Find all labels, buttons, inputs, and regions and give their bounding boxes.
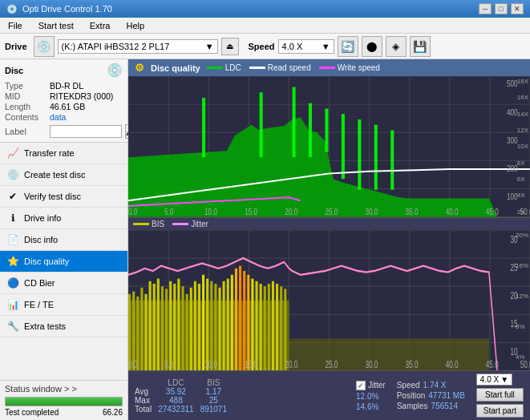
svg-rect-97 (276, 284, 278, 370)
svg-text:10.0: 10.0 (204, 207, 217, 216)
svg-text:15.0: 15.0 (245, 358, 257, 370)
sidebar-item-verify-test-disc[interactable]: ✔ Verify test disc (0, 186, 127, 208)
jitter-legend-label: Jitter (191, 220, 208, 228)
svg-rect-77 (194, 281, 196, 370)
status-text: Test completed (5, 408, 59, 417)
speed-value: 4.0 X (282, 42, 303, 51)
nav-label-cd-bier: CD Bier (24, 278, 55, 288)
sidebar-item-fe-te[interactable]: 📊 FE / TE (0, 294, 127, 316)
max-label: Max (135, 396, 158, 405)
total-label: Total (135, 405, 158, 414)
drive-label: Drive (5, 42, 27, 51)
start-part-button[interactable]: Start part (476, 404, 524, 418)
svg-text:15.0: 15.0 (245, 207, 257, 216)
save-icon[interactable]: 💾 (410, 36, 431, 57)
nav-label-disc-info: Disc info (24, 235, 58, 244)
charts-container: 0.0 5.0 10.0 15.0 20.0 25.0 30.0 35.0 40… (128, 76, 530, 370)
status-right-value: 66.26 (103, 408, 123, 417)
upper-chart: 0.0 5.0 10.0 15.0 20.0 25.0 30.0 35.0 40… (128, 76, 530, 218)
svg-rect-82 (214, 284, 216, 370)
disc-quality-title: Disc quality (151, 63, 200, 73)
contents-value: data (50, 112, 66, 122)
stats-bar: LDC BIS Avg 35.92 1.17 Max 488 25 Tota (128, 370, 530, 420)
disc-info-panel: Disc 💿 Type BD-R DL MID RITEKDR3 (000) L… (0, 59, 127, 143)
sidebar-item-disc-info[interactable]: 📄 Disc info (0, 229, 127, 251)
app-title: Opti Drive Control 1.70 (22, 4, 112, 14)
svg-rect-68 (157, 278, 160, 370)
start-full-button[interactable]: Start full (476, 388, 524, 402)
speed-label: Speed (249, 42, 275, 51)
lower-chart: 0.0 5.0 10.0 15.0 20.0 25.0 30.0 35.0 40… (128, 230, 530, 371)
nav-label-disc-quality: Disc quality (24, 256, 69, 266)
extra-tests-icon: 🔧 (6, 320, 19, 333)
status-window-button[interactable]: Status window > > (5, 384, 123, 394)
sidebar-item-extra-tests[interactable]: 🔧 Extra tests (0, 316, 127, 337)
svg-rect-93 (260, 284, 262, 370)
nav-label-drive-info: Drive info (24, 213, 61, 223)
type-value: BD-R DL (50, 81, 83, 91)
nav-label-create-test: Create test disc (24, 170, 85, 180)
svg-rect-26 (390, 131, 394, 190)
sidebar-item-transfer-rate[interactable]: 📈 Transfer rate (0, 143, 127, 164)
speed-mini-dropdown[interactable]: 4.0 X ▼ (476, 374, 512, 386)
jitter-stats: ✓ Jitter 12.0% 14.6% (356, 381, 386, 411)
jitter-checkbox[interactable]: ✓ (356, 381, 366, 390)
create-test-icon: 💿 (6, 168, 19, 181)
sidebar-item-create-test-disc[interactable]: 💿 Create test disc (0, 164, 127, 186)
svg-text:30.0: 30.0 (365, 207, 378, 216)
svg-rect-23 (342, 114, 345, 179)
nav-label-verify-test: Verify test disc (24, 192, 81, 201)
drive-icon-btn[interactable]: 💿 (34, 36, 55, 57)
close-button[interactable]: ✕ (511, 3, 524, 14)
cd-bier-icon: 🔵 (6, 277, 19, 289)
eject-button[interactable]: ⏏ (221, 38, 239, 55)
svg-text:100: 100 (507, 192, 518, 201)
disc-quality-header-icon: ⚙ (135, 62, 144, 74)
drive-selector[interactable]: (K:) ATAPI iHBS312 2 PL17 ▼ (58, 39, 218, 54)
svg-rect-87 (235, 268, 237, 370)
nav-label-fe-te: FE / TE (24, 300, 54, 309)
jitter-max: 14.6% (356, 402, 378, 411)
svg-rect-85 (227, 278, 229, 370)
disc-panel-title: Disc (5, 66, 23, 75)
samples-label: Samples (397, 402, 428, 410)
settings-icon2[interactable]: ◈ (386, 36, 407, 57)
refresh-icon[interactable]: 🔄 (338, 36, 358, 57)
svg-text:5.0: 5.0 (164, 358, 173, 370)
settings-icon1[interactable]: ⬤ (362, 36, 382, 57)
type-label: Type (5, 81, 47, 91)
sidebar-item-cd-bier[interactable]: 🔵 CD Bier (0, 273, 127, 294)
svg-text:45.0: 45.0 (486, 207, 499, 216)
read-speed-legend-dot (249, 67, 265, 69)
speed-stat-value: 1.74 X (423, 381, 447, 390)
svg-rect-76 (190, 287, 192, 370)
bis-legend-label: BIS (152, 220, 164, 228)
svg-text:400: 400 (507, 107, 518, 116)
svg-text:20.0: 20.0 (285, 207, 297, 216)
svg-rect-64 (140, 287, 143, 370)
drive-info-icon: ℹ (6, 212, 19, 224)
svg-rect-84 (223, 281, 225, 370)
content-area: ⚙ Disc quality LDC Read speed Write spee… (128, 59, 530, 420)
label-input[interactable] (50, 125, 122, 138)
menu-help[interactable]: Help (121, 19, 149, 32)
write-speed-legend-dot (319, 67, 335, 69)
jitter-label: Jitter (368, 381, 386, 390)
maximize-button[interactable]: □ (495, 3, 508, 14)
svg-rect-94 (264, 286, 266, 370)
sidebar-item-drive-info[interactable]: ℹ Drive info (0, 208, 127, 229)
svg-rect-22 (325, 109, 328, 152)
sidebar-item-disc-quality[interactable]: ⭐ Disc quality (0, 251, 127, 273)
svg-rect-67 (153, 284, 156, 370)
menu-file[interactable]: File (3, 19, 27, 32)
svg-text:20.0: 20.0 (285, 358, 297, 370)
minimize-button[interactable]: ─ (479, 3, 492, 14)
svg-rect-100 (289, 338, 488, 370)
menu-extra[interactable]: Extra (85, 19, 115, 32)
length-label: Length (5, 102, 47, 111)
mid-value: RITEKDR3 (000) (50, 91, 113, 101)
ldc-header: LDC (158, 378, 200, 387)
svg-rect-66 (149, 281, 152, 370)
menu-start-test[interactable]: Start test (34, 19, 79, 32)
speed-selector[interactable]: 4.0 X ▼ (278, 39, 334, 54)
